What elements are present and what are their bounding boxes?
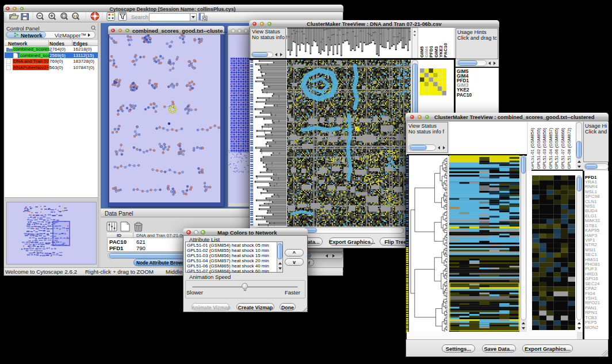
svg-text:GPL51-08 (GSM872): GPL51-08 (GSM872) [567, 128, 572, 169]
svg-text:PAC10: PAC10 [443, 43, 448, 58]
svg-text:GPL51-03 (GSM856): GPL51-03 (GSM856) [542, 128, 547, 169]
svg-text:GPL51-07 (GSM868): GPL51-07 (GSM868) [560, 128, 565, 169]
svg-text:GPL51-04 (GSM857): GPL51-04 (GSM857) [548, 128, 553, 169]
svg-text:GPL51-02 (GSM855): GPL51-02 (GSM855) [536, 128, 541, 169]
svg-text:GPL51-06 (GSM865): GPL51-06 (GSM865) [554, 128, 559, 169]
